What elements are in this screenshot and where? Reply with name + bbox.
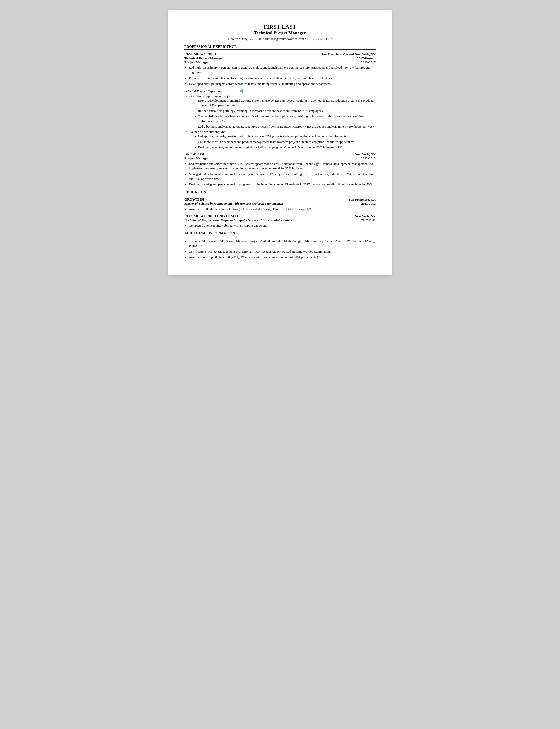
additional-information-section: ADDITIONAL INFORMATION Technical Skills:…: [184, 232, 376, 260]
sub-bullet-item: Designed, executed, and optimized digita…: [195, 145, 376, 150]
resume-header: FIRST LAST Technical Project Manager New…: [184, 24, 376, 41]
project-title-iphone: Launch of New iPhone App: [189, 130, 376, 134]
additional-info-bullets: Technical Skills: AutoCAD, Scrum, Micros…: [189, 239, 376, 260]
sub-bullet-item: Overhauled the obsolete legacy source co…: [195, 114, 376, 124]
school-header-rwu: RESUME WORDED UNIVERSITY Bachelor of Eng…: [184, 214, 376, 222]
candidate-title: Technical Project Manager: [184, 31, 376, 36]
job-block-growthsi: GROWTHSI Project Manager New York, NY 20…: [184, 152, 376, 187]
job-location-resume-worded: San Francisco, CA and New York, NY: [321, 52, 376, 56]
job-title-pm: Project Manager: [184, 60, 321, 64]
sub-bullet-item: Collaborated with developers and product…: [195, 140, 376, 144]
job-dates-growthsi: 2012-2013: [355, 156, 376, 160]
school-name-rwu: RESUME WORDED UNIVERSITY: [184, 214, 355, 218]
sub-bullet-item: Led 2 business analysts to automate repe…: [195, 124, 376, 129]
job-left-growthsi: GROWTHSI Project Manager: [184, 152, 355, 160]
bullet-item: Led multi-disciplinary 7 person team to …: [189, 66, 376, 75]
school-bullets-growthsi: Awards: Bill & Melinda Gates Fellow (onl…: [189, 207, 376, 212]
job-left-resume-worded: RESUME WORDED Technical Project Manager …: [184, 52, 321, 64]
school-dates-rwu: 2007-2011: [355, 218, 376, 222]
school-header-growthsi: GROWTHSI Master of Science in Management…: [184, 198, 376, 206]
job-location-growthsi: New York, NY: [355, 152, 376, 156]
bullet-item: Certifications: Project Management Profe…: [189, 249, 376, 254]
bullet-item: Managed redevelopment of internal tracki…: [189, 172, 376, 181]
school-bullets-rwu: Completed one-year study abroad with Sin…: [189, 223, 376, 228]
bullet-item: Designed training and peer-mentoring pro…: [189, 182, 376, 187]
sub-bullet-item: Led application design sessions with cli…: [195, 134, 376, 139]
selected-project-header: Selected Project Experience: [184, 89, 376, 93]
school-dates-growthsi: 2011-2012: [349, 202, 376, 206]
job-title-growthsi: Project Manager: [184, 156, 355, 160]
job-header-growthsi: GROWTHSI Project Manager New York, NY 20…: [184, 152, 376, 160]
company-name-growthsi: GROWTHSI: [184, 152, 355, 156]
project-iphone-bullets: Led application design sessions with cli…: [195, 134, 376, 150]
job-bullets-growthsi: Led evaluation and selection of new CRM …: [189, 162, 376, 187]
project-operations-bullets: Drove redevelopment of internal tracking…: [195, 99, 376, 129]
job-block-resume-worded: RESUME WORDED Technical Project Manager …: [184, 52, 376, 150]
job-dates-pm: 2013-2017: [321, 60, 376, 64]
bullet-item: Promoted within 12 months due to strong …: [189, 76, 376, 81]
job-header-resume-worded: RESUME WORDED Technical Project Manager …: [184, 52, 376, 64]
school-name-growthsi: GROWTHSI: [184, 198, 349, 202]
job-bullets-resume-worded: Led multi-disciplinary 7 person team to …: [189, 66, 376, 86]
project-iphone: Launch of New iPhone App Led application…: [189, 130, 376, 150]
project-title-operations: Operations Improvement Project: [189, 94, 376, 98]
bullet-item: Developed strategic insights across 5 pr…: [189, 82, 376, 86]
bullet-item: Technical Skills: AutoCAD, Scrum, Micros…: [189, 239, 376, 248]
job-title-tpm: Technical Project Manager: [184, 56, 321, 60]
resume-page: FIRST LAST Technical Project Manager New…: [168, 10, 392, 276]
bullet-item: Awards: Bill & Melinda Gates Fellow (onl…: [189, 207, 376, 212]
company-name-resume-worded: RESUME WORDED: [184, 52, 321, 56]
job-right-resume-worded: San Francisco, CA and New York, NY 2017-…: [321, 52, 376, 64]
school-location-growthsi: San Francisco, CA: [349, 198, 376, 202]
school-block-growthsi: GROWTHSI Master of Science in Management…: [184, 198, 376, 212]
school-left-rwu: RESUME WORDED UNIVERSITY Bachelor of Eng…: [184, 214, 355, 222]
sub-bullet-item: Refined outsourcing strategy, resulting …: [195, 109, 376, 113]
arrow-annotation: [239, 89, 277, 93]
school-degree-rwu: Bachelor of Engineering, Major in Comput…: [184, 218, 355, 222]
candidate-name: FIRST LAST: [184, 24, 376, 30]
job-right-growthsi: New York, NY 2012-2013: [355, 152, 376, 160]
project-operations: Operations Improvement Project Drove red…: [189, 94, 376, 129]
additional-information-heading: ADDITIONAL INFORMATION: [184, 232, 376, 237]
school-right-growthsi: San Francisco, CA 2011-2012: [349, 198, 376, 206]
professional-experience-section: PROFESSIONAL EXPERIENCE RESUME WORDED Te…: [184, 45, 376, 187]
school-right-rwu: New York, NY 2007-2011: [355, 214, 376, 222]
education-section: EDUCATION GROWTHSI Master of Science in …: [184, 190, 376, 228]
bullet-item: Completed one-year study abroad with Sin…: [189, 223, 376, 228]
school-left-growthsi: GROWTHSI Master of Science in Management…: [184, 198, 349, 206]
arrow-head-icon: [239, 89, 243, 93]
school-degree-growthsi: Master of Science in Management with Hon…: [184, 202, 349, 206]
bullet-item: Awards: RW's Top 30 Under 30 (2011); Won…: [189, 255, 376, 260]
sub-bullet-item: Drove redevelopment of internal tracking…: [195, 99, 376, 108]
professional-experience-heading: PROFESSIONAL EXPERIENCE: [184, 45, 376, 50]
education-heading: EDUCATION: [184, 190, 376, 195]
school-location-rwu: New York, NY: [355, 214, 376, 218]
job-dates-tpm: 2017-Present: [321, 56, 376, 60]
arrow-line: [243, 91, 277, 91]
candidate-contact: New York City, NY 10000 • first.last@res…: [184, 37, 376, 41]
bullet-item: Led evaluation and selection of new CRM …: [189, 162, 376, 171]
selected-project-label: Selected Project Experience: [184, 89, 223, 93]
school-block-rwu: RESUME WORDED UNIVERSITY Bachelor of Eng…: [184, 214, 376, 228]
